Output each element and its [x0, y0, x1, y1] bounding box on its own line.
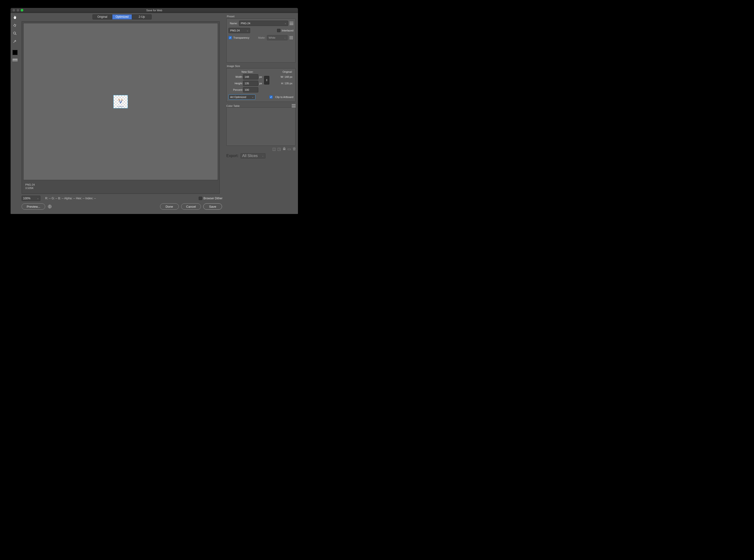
delete-color-icon: 🗑︎	[292, 147, 295, 150]
interlaced-label: Interlaced	[282, 29, 293, 32]
preset-name-value: PNG-24	[241, 22, 250, 25]
dialog-window: Save for Web Original Optimized	[11, 8, 298, 214]
width-input[interactable]: 148	[243, 74, 258, 79]
orig-height: H: 135 px	[271, 82, 293, 85]
image-size-panel: New Size: Original: Width: 148 px ⇕ W: 1…	[226, 68, 295, 102]
height-label: Height:	[229, 82, 243, 85]
toolbar	[11, 13, 19, 214]
titlebar: Save for Web	[11, 8, 298, 13]
matte-select: White ⌄	[267, 35, 288, 40]
color-table-box	[226, 107, 295, 146]
format-select[interactable]: PNG-24 ⌄	[229, 28, 250, 33]
new-color-icon: ▭	[287, 147, 290, 150]
original-header: Original:	[283, 71, 292, 73]
tab-optimized[interactable]: Optimized	[112, 15, 132, 19]
orig-width: W: 148 px	[271, 75, 293, 78]
new-size-header: New Size:	[241, 71, 253, 73]
resample-value: Art Optimized	[230, 96, 246, 98]
width-label: Width:	[229, 75, 243, 78]
preview-frame: V R X EXCHANGE PNG-24 3.535K	[22, 21, 219, 194]
matte-label: Matte:	[258, 36, 266, 39]
browser-dither-checkbox[interactable]	[199, 197, 202, 200]
percent-input[interactable]: 100	[243, 87, 258, 93]
shift-web-icon: ◳	[277, 147, 281, 150]
height-input[interactable]: 135	[243, 81, 258, 86]
clip-artboard-label: Clip to Artboard	[275, 96, 293, 98]
chevron-down-icon: ⌄	[247, 29, 248, 32]
chevron-down-icon: ⌄	[284, 37, 286, 39]
eyedropper-tool-icon[interactable]	[12, 39, 18, 44]
eyedropper-color-swatch[interactable]	[13, 50, 18, 55]
matte-value: White	[269, 36, 275, 39]
export-label: Export:	[226, 154, 238, 158]
logo-rx: R X	[118, 99, 123, 101]
window-controls	[13, 9, 23, 12]
pixel-readout: R: -- G: -- B: -- Alpha: -- Hex: -- Inde…	[45, 197, 96, 200]
snap-web-icon: ◫	[272, 147, 275, 150]
preset-menu-icon[interactable]	[290, 22, 293, 25]
export-select: All Slices ⌄	[240, 153, 266, 159]
slice-select-tool-icon[interactable]	[12, 23, 18, 28]
slice-visibility-toggle-icon[interactable]	[13, 59, 18, 61]
preview-button[interactable]: Preview...	[22, 203, 45, 209]
cancel-button[interactable]: Cancel	[181, 203, 201, 209]
interlaced-checkbox[interactable]	[277, 29, 281, 32]
constrain-proportions-icon[interactable]: ⇕	[264, 76, 269, 84]
format-value: PNG-24	[230, 29, 240, 32]
min-dot[interactable]	[17, 9, 19, 12]
preview-tabs: Original Optimized 2-Up	[19, 14, 225, 20]
chevron-down-icon: ⌄	[37, 197, 39, 200]
preset-name-label: Name:	[229, 22, 238, 25]
matte-swatch	[289, 36, 293, 40]
done-button[interactable]: Done	[160, 203, 179, 209]
px-unit: px	[259, 82, 264, 85]
transparency-label: Transparency	[233, 36, 249, 39]
transparency-checkbox[interactable]: ✓	[229, 36, 232, 39]
zoom-select[interactable]: 100% ⌄	[22, 196, 40, 201]
chevron-down-icon: ⌄	[285, 22, 286, 24]
save-button[interactable]: Save	[203, 203, 222, 209]
preset-panel: Name: PNG-24 ⌄ PNG-24 ⌄ Interlaced	[226, 19, 295, 63]
chevron-down-icon: ⌄	[252, 96, 254, 98]
preview-canvas[interactable]: V R X EXCHANGE	[23, 23, 218, 180]
preview-info: PNG-24 3.535K	[25, 183, 35, 190]
lock-color-icon: 🔒︎	[282, 147, 286, 150]
browser-preview-icon[interactable]	[47, 204, 52, 209]
tab-2up[interactable]: 2-Up	[132, 15, 152, 19]
image-size-section-label: Image Size	[227, 65, 295, 67]
percent-label: Percent:	[229, 88, 243, 91]
artwork-thumbnail: V R X EXCHANGE	[113, 95, 128, 108]
color-table-menu-icon[interactable]	[292, 104, 295, 107]
window-title: Save for Web	[11, 8, 298, 13]
zoom-tool-icon[interactable]	[12, 31, 18, 36]
color-table-section-label: Color Table	[226, 104, 239, 107]
resample-quality-select[interactable]: Art Optimized ⌄	[229, 94, 255, 100]
close-dot[interactable]	[13, 9, 15, 12]
svg-point-0	[14, 32, 16, 34]
zoom-dot[interactable]	[21, 9, 23, 12]
preset-section-label: Preset	[227, 15, 295, 18]
color-table-action-icons: ◫ ◳ 🔒︎ ▭ 🗑︎	[226, 147, 295, 150]
chevron-down-icon: ⌄	[262, 155, 264, 157]
hand-tool-icon[interactable]	[12, 15, 18, 20]
logo-exchange: EXCHANGE	[117, 106, 124, 107]
zoom-value: 100%	[23, 197, 31, 200]
preview-format: PNG-24	[25, 183, 35, 186]
export-value: All Slices	[242, 154, 258, 158]
clip-artboard-checkbox[interactable]: ✓	[269, 95, 273, 99]
preview-filesize: 3.535K	[25, 186, 35, 190]
browser-dither-label: Browser Dither	[204, 197, 223, 200]
tab-original[interactable]: Original	[93, 15, 112, 19]
px-unit: px	[259, 75, 264, 78]
preset-name-select[interactable]: PNG-24 ⌄	[239, 21, 288, 26]
